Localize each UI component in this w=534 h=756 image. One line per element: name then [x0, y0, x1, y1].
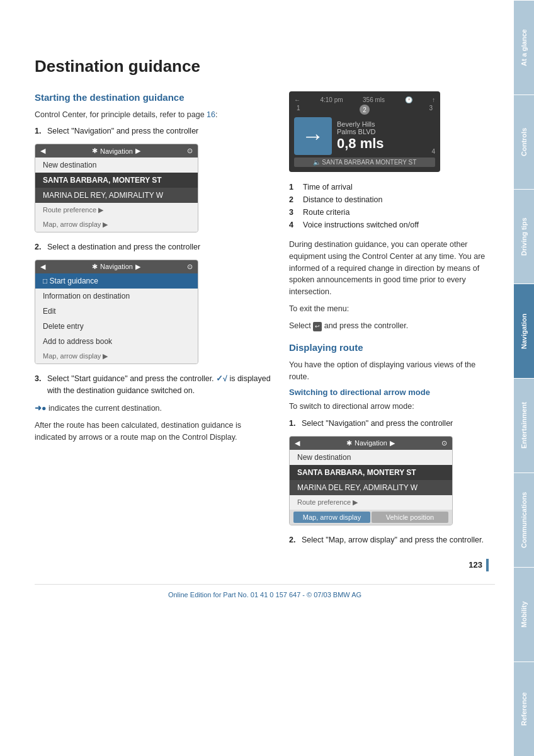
page-number-text: 123: [469, 560, 482, 570]
right-column: ← 4:10 pm 356 mls 🕐 ↑ 1 2 3 → Beverly Hi…: [289, 91, 495, 553]
s2-step1-num: 1.: [289, 418, 298, 430]
step3-num: 3.: [35, 373, 43, 397]
nav-ui-3-back-icon: ◀: [295, 439, 300, 447]
step-3: 3. Select "Start guidance" and press the…: [35, 373, 274, 397]
note1: ➜● indicates the current destination.: [35, 403, 274, 415]
sidebar-tab-navigation[interactable]: Navigation: [514, 284, 534, 378]
nav-ui-2-item-3: Edit: [35, 304, 198, 319]
sidebar-tab-communications[interactable]: Communications: [514, 472, 534, 567]
label-3: 3: [429, 105, 433, 115]
exit-menu-label: To exit the menu:: [289, 303, 495, 315]
arrow-top-labels: ← 4:10 pm 356 mls 🕐 ↑: [294, 96, 435, 103]
nav-ui-3-header: ◀ ✱ Navigation ▶ ⊙: [290, 437, 452, 450]
speaker-icon: 🔈: [313, 159, 321, 166]
step-1: 1. Select "Navigation" and press the con…: [35, 125, 274, 137]
nav-ui-3: ◀ ✱ Navigation ▶ ⊙ New destination SANTA…: [289, 436, 453, 525]
nav-ui-3-bottom-bar: Map, arrow display Vehicle position: [290, 510, 452, 525]
label-text-1: Time of arrival: [303, 181, 353, 193]
nav-ui-1-star-icon: ✱: [92, 147, 98, 155]
label-item-1: 1 Time of arrival: [289, 181, 495, 193]
label-item-4: 4 Voice instructions switched on/off: [289, 219, 495, 231]
intro-text: Control Center, for principle details, r…: [35, 110, 207, 119]
step1-num: 1.: [35, 125, 43, 137]
note2: After the route has been calculated, des…: [35, 420, 274, 444]
sidebar-tab-reference[interactable]: Reference: [514, 662, 534, 756]
section1-intro: Control Center, for principle details, r…: [35, 109, 274, 121]
nav-ui-2-item-5: Add to address book: [35, 334, 198, 349]
arrow-label-time: 4:10 pm: [320, 96, 343, 103]
sidebar: At a glance Controls Driving tips Naviga…: [514, 0, 534, 756]
nav-ui-1-item-3: MARINA DEL REY, ADMIRALITY W: [35, 188, 198, 203]
label-2: 2: [360, 105, 370, 115]
section2-steps: 1. Select "Navigation" and press the con…: [289, 418, 495, 430]
nav-ui-3-title-text: Navigation: [355, 439, 387, 447]
lnum-2: 2: [289, 193, 299, 206]
section2-subheading: Switching to directional arrow mode: [289, 387, 495, 397]
section2-sub-intro: To switch to directional arrow mode:: [289, 401, 495, 413]
arrow-display-bottom: 🔈 SANTA BARBARA MONTERY ST: [294, 158, 435, 167]
alarm-icon: 🕐: [405, 96, 412, 103]
map-arrow-display-btn[interactable]: Map, arrow display: [293, 512, 370, 523]
nav-ui-1-settings-icon: ⊙: [187, 147, 193, 155]
exit-menu-text: Select ↩ and press the controller.: [289, 320, 495, 332]
label-text-3: Route criteria: [303, 206, 349, 219]
label-1: 1: [297, 105, 300, 115]
section2-heading: Displaying route: [289, 341, 495, 354]
s2-step-1: 1. Select "Navigation" and press the con…: [289, 418, 495, 430]
during-guidance-text: During destination guidance, you can ope…: [289, 239, 495, 298]
nav-ui-1-item-5: Map, arrow display ▶: [35, 217, 198, 232]
to-exit-text: To exit the menu:: [289, 304, 349, 313]
nav-ui-2-back-icon: ◀: [40, 263, 45, 271]
label-item-3: 3 Route criteria: [289, 206, 495, 219]
sidebar-tab-at-a-glance[interactable]: At a glance: [514, 0, 534, 94]
main-content: Destination guidance Starting the destin…: [0, 0, 514, 611]
section2-steps-2: 2. Select "Map, arrow display" and press…: [289, 534, 495, 546]
nav-ui-3-item-3: MARINA DEL REY, ADMIRALITY W: [290, 480, 452, 495]
nav-ui-1-title: ✱ Navigation ▶: [92, 147, 140, 155]
page-number-row: 123: [35, 559, 495, 571]
arrow-display: ← 4:10 pm 356 mls 🕐 ↑ 1 2 3 → Beverly Hi…: [289, 91, 440, 172]
nav-ui-3-item-2: SANTA BARBARA, MONTERY ST: [290, 465, 452, 480]
sidebar-tab-controls[interactable]: Controls: [514, 94, 534, 189]
s2-step1-text: Select "Navigation" and press the contro…: [302, 418, 453, 430]
nav-ui-3-star-icon: ✱: [346, 439, 352, 447]
arrow-label-dist: 356 mls: [363, 96, 385, 103]
page-number-bar: [486, 559, 489, 571]
nav-ui-1-header: ◀ ✱ Navigation ▶ ⊙: [35, 144, 198, 158]
street-name-1: Beverly Hills: [337, 120, 384, 128]
footer-text: Online Edition for Part No. 01 41 0 157 …: [168, 591, 361, 598]
big-arrow-icon: →: [294, 117, 332, 155]
left-column: Starting the destination guidance Contro…: [35, 91, 274, 553]
sidebar-tab-driving-tips[interactable]: Driving tips: [514, 189, 534, 284]
nav-ui-1-back-icon: ◀: [40, 147, 45, 155]
sidebar-tab-mobility[interactable]: Mobility: [514, 567, 534, 662]
sidebar-tab-entertainment[interactable]: Entertainment: [514, 378, 534, 472]
checkmark-icon: ✓√: [216, 373, 227, 385]
nav-ui-3-settings-icon: ⊙: [441, 439, 447, 447]
step-2: 2. Select a destination and press the co…: [35, 241, 274, 253]
s2-step2-text: Select "Map, arrow display" and press th…: [302, 534, 484, 546]
lnum-1: 1: [289, 181, 299, 193]
page-link[interactable]: 16: [207, 110, 215, 119]
nav-ui-3-title: ✱ Navigation ▶: [346, 439, 395, 447]
lnum-3: 3: [289, 206, 299, 219]
two-column-layout: Starting the destination guidance Contro…: [35, 91, 495, 553]
section1-steps-3: 3. Select "Start guidance" and press the…: [35, 373, 274, 397]
nav-ui-2-header: ◀ ✱ Navigation ▶ ⊙: [35, 260, 198, 273]
step2-num: 2.: [35, 241, 43, 253]
label-item-2: 2 Distance to destination: [289, 193, 495, 206]
nav-ui-2-item-4: Delete entry: [35, 319, 198, 334]
back-icon: ↩: [313, 322, 322, 332]
nav-ui-2-star-icon: ✱: [92, 263, 98, 271]
nav-ui-3-item-4: Route preference ▶: [290, 495, 452, 510]
footer: Online Edition for Part No. 01 41 0 157 …: [35, 584, 495, 598]
display-route-section: Displaying route You have the option of …: [289, 341, 495, 546]
arrow-up-icon: ↑: [432, 96, 435, 103]
nav-ui-2-item-6: Map, arrow display ▶: [35, 349, 198, 364]
nav-ui-2: ◀ ✱ Navigation ▶ ⊙ □ Start guidance Info…: [35, 260, 198, 364]
step1-text: Select "Navigation" and press the contro…: [47, 125, 198, 137]
vehicle-position-btn[interactable]: Vehicle position: [372, 512, 448, 523]
section2-intro: You have the option of displaying variou…: [289, 359, 495, 383]
nav-ui-2-title-text: Navigation: [100, 263, 133, 270]
arrow-distance: 0,8 mls: [337, 135, 384, 152]
